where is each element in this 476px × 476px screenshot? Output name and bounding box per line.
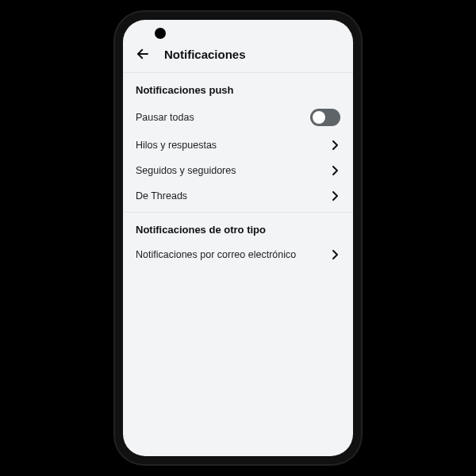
section-other: Notificaciones de otro tipo Notificacion… bbox=[123, 213, 353, 271]
row-threads-replies[interactable]: Hilos y respuestas bbox=[123, 132, 353, 158]
screen: Notificaciones Notificaciones push Pausa… bbox=[123, 20, 353, 456]
toggle-knob bbox=[313, 111, 325, 124]
toggle-pause-all[interactable] bbox=[310, 109, 340, 126]
chevron-right-icon bbox=[329, 249, 340, 260]
section-header-other: Notificaciones de otro tipo bbox=[123, 224, 353, 242]
row-from-threads[interactable]: De Threads bbox=[123, 183, 353, 209]
section-push: Notificaciones push Pausar todas Hilos y… bbox=[123, 73, 353, 213]
section-header-push: Notificaciones push bbox=[123, 84, 353, 102]
phone-frame: Notificaciones Notificaciones push Pausa… bbox=[115, 12, 361, 464]
row-label: Seguidos y seguidores bbox=[136, 165, 236, 176]
chevron-right-icon bbox=[329, 190, 340, 202]
row-label: Hilos y respuestas bbox=[136, 140, 217, 151]
row-label: De Threads bbox=[136, 190, 187, 202]
row-email-notifications[interactable]: Notificaciones por correo electrónico bbox=[123, 242, 353, 267]
page-title: Notificaciones bbox=[164, 48, 246, 61]
camera-hole bbox=[155, 28, 166, 39]
chevron-right-icon bbox=[329, 165, 340, 176]
chevron-right-icon bbox=[329, 140, 340, 151]
row-pause-all[interactable]: Pausar todas bbox=[123, 102, 353, 132]
back-icon[interactable] bbox=[136, 47, 150, 61]
row-label: Pausar todas bbox=[136, 112, 194, 123]
row-following-followers[interactable]: Seguidos y seguidores bbox=[123, 158, 353, 183]
row-label: Notificaciones por correo electrónico bbox=[136, 249, 296, 260]
